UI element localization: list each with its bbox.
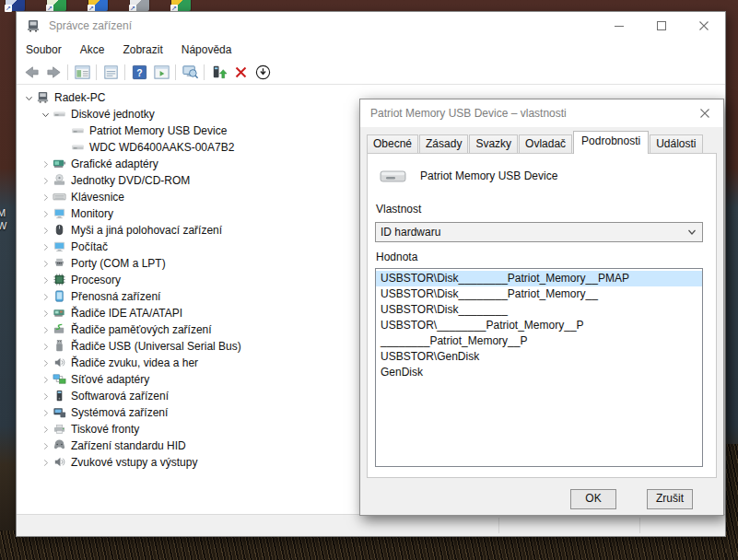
- cancel-button[interactable]: Zrušit: [647, 489, 693, 509]
- menu-soubor[interactable]: Soubor: [17, 40, 71, 60]
- chevron-right-icon[interactable]: [38, 223, 53, 238]
- property-dropdown[interactable]: ID hardwaru: [375, 222, 703, 242]
- chevron-right-icon[interactable]: [38, 438, 53, 453]
- audio-icon: [53, 455, 67, 470]
- tree-item-label: Řadiče paměťových zařízení: [71, 323, 212, 336]
- toolbar-scan-hardware-button[interactable]: [179, 62, 201, 82]
- tab-podrobnosti[interactable]: Podrobnosti: [573, 131, 649, 154]
- toolbar-help-button[interactable]: ?: [128, 62, 150, 82]
- menu-zobrazit[interactable]: Zobrazit: [113, 40, 171, 60]
- dialog-tabs: ObecnéZásadySvazkyOvladačPodrobnostiUdál…: [367, 134, 704, 153]
- dialog-titlebar[interactable]: Patriot Memory USB Device – vlastnosti: [360, 99, 723, 127]
- chevron-right-icon[interactable]: [38, 356, 53, 370]
- menu-akce[interactable]: Akce: [71, 40, 114, 60]
- chevron-right-icon[interactable]: [38, 339, 53, 354]
- audio-icon: [53, 356, 67, 370]
- maximize-button[interactable]: [640, 12, 683, 39]
- statusbar-divider: [498, 518, 499, 533]
- tree-item-label: Zvukové vstupy a výstupy: [71, 456, 197, 469]
- chevron-right-icon[interactable]: [38, 422, 53, 437]
- tab-ovladac[interactable]: Ovladač: [519, 134, 572, 153]
- ok-button[interactable]: OK: [570, 489, 616, 509]
- desktop-shortcut-icon[interactable]: ↗: [88, 0, 108, 11]
- desktop-shortcut-icon[interactable]: ↗: [47, 0, 66, 11]
- dialog-close-button[interactable]: [686, 99, 723, 127]
- printer-icon: [53, 422, 67, 437]
- hardware-id-item[interactable]: USBSTOR\GenDisk: [376, 349, 702, 365]
- hardware-id-item[interactable]: USBSTOR\Disk________: [376, 302, 702, 318]
- hardware-id-item[interactable]: USBSTOR\________Patriot_Memory__P: [376, 318, 702, 333]
- hardware-id-item[interactable]: GenDisk: [376, 365, 702, 380]
- disk-drive-icon: [379, 166, 408, 186]
- chevron-down-icon[interactable]: [21, 90, 36, 105]
- tab-svazky[interactable]: Svazky: [469, 134, 518, 153]
- chevron-right-icon[interactable]: [38, 239, 53, 254]
- chevron-right-icon[interactable]: [38, 157, 53, 171]
- window-titlebar[interactable]: Správce zařízení: [17, 12, 725, 40]
- chevron-down-icon[interactable]: [38, 107, 53, 122]
- toolbar-separator: [124, 64, 125, 80]
- tree-item-label: Porty (COM a LPT): [71, 257, 166, 270]
- tree-item-label: Klávesnice: [71, 191, 124, 204]
- toolbar-disable-button[interactable]: [252, 62, 274, 82]
- port-icon: [53, 256, 67, 271]
- toolbar-separator: [67, 64, 68, 80]
- toolbar-back-button[interactable]: [20, 62, 42, 82]
- desktop-shortcut-icon[interactable]: ↗: [171, 0, 191, 11]
- tree-item-label: Řadiče USB (Universal Serial Bus): [71, 340, 241, 353]
- tree-item-label: Počítač: [71, 240, 108, 253]
- system-icon: [53, 405, 67, 420]
- tab-zasady[interactable]: Zásady: [419, 134, 468, 153]
- desktop-shortcut-icon[interactable]: ↗: [6, 0, 25, 11]
- window-title: Správce zařízení: [49, 19, 132, 32]
- chevron-right-icon[interactable]: [38, 206, 53, 221]
- tree-item-label: Monitory: [71, 207, 113, 220]
- toolbar-uninstall-button[interactable]: [229, 62, 252, 82]
- close-button[interactable]: [683, 12, 725, 39]
- chevron-right-icon[interactable]: [38, 273, 53, 287]
- toolbar-console-tree-button[interactable]: [71, 62, 93, 82]
- tree-item-label: Patriot Memory USB Device: [89, 124, 227, 137]
- tree-item-label: Řadiče IDE ATA/ATAPI: [71, 307, 182, 320]
- tree-item-label: Grafické adaptéry: [71, 158, 158, 170]
- hardware-id-list[interactable]: USBSTOR\Disk________Patriot_Memory__PMAP…: [375, 268, 703, 467]
- chevron-right-icon[interactable]: [38, 256, 53, 271]
- tab-udalosti[interactable]: Události: [650, 134, 702, 153]
- toolbar-show-window-button[interactable]: [150, 62, 172, 82]
- chevron-right-icon[interactable]: [38, 372, 53, 387]
- chevron-right-icon[interactable]: [38, 173, 53, 188]
- desktop-icon-label-fragment: W: [0, 220, 6, 231]
- minimize-button[interactable]: [598, 12, 640, 39]
- monitor-icon: [53, 206, 67, 221]
- tree-item-label: Systémová zařízení: [71, 406, 168, 419]
- toolbar-forward-button[interactable]: [42, 62, 64, 82]
- hid-icon: [53, 438, 67, 453]
- keyboard-icon: [53, 190, 67, 204]
- toolbar-update-driver-button[interactable]: [207, 62, 229, 82]
- toolbar-properties-button[interactable]: [100, 62, 122, 82]
- value-label: Hodnota: [376, 251, 417, 263]
- chevron-right-icon[interactable]: [38, 405, 53, 420]
- desktop-shortcut-icon[interactable]: ↗: [130, 0, 149, 11]
- chevron-right-icon[interactable]: [38, 389, 53, 403]
- tree-item-label: Softwarová zařízení: [71, 390, 169, 402]
- disk-icon: [53, 107, 67, 122]
- hardware-id-item[interactable]: ________Patriot_Memory__P: [376, 333, 702, 349]
- tab-obecne[interactable]: Obecné: [367, 134, 418, 153]
- disk-icon: [71, 123, 86, 138]
- hardware-id-item[interactable]: USBSTOR\Disk________Patriot_Memory__PMAP: [376, 271, 702, 286]
- chevron-right-icon[interactable]: [38, 322, 53, 337]
- computer-icon: [36, 90, 51, 105]
- hardware-id-item[interactable]: USBSTOR\Disk________Patriot_Memory__: [376, 286, 702, 302]
- usb-icon: [53, 339, 67, 354]
- menu-napoveda[interactable]: Nápověda: [172, 40, 241, 60]
- toolbar-separator: [204, 64, 205, 80]
- chevron-right-icon[interactable]: [38, 306, 53, 321]
- tree-item-label: Myši a jiná polohovací zařízení: [71, 224, 222, 237]
- chevron-right-icon[interactable]: [38, 455, 53, 470]
- chevron-right-icon[interactable]: [38, 289, 53, 304]
- property-label: Vlastnost: [376, 203, 421, 216]
- device-properties-dialog: Patriot Memory USB Device – vlastnosti O…: [359, 99, 724, 516]
- chevron-right-icon[interactable]: [38, 190, 53, 204]
- toolbar: ?: [17, 60, 725, 85]
